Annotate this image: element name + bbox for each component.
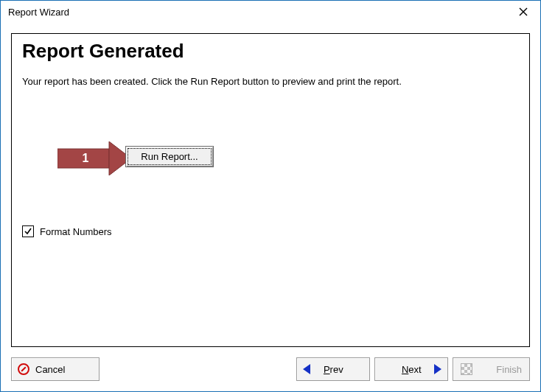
next-label: Next — [402, 364, 422, 375]
page-heading: Report Generated — [22, 40, 519, 63]
finish-icon — [461, 363, 472, 375]
format-numbers-row: Format Numbers — [22, 225, 519, 237]
arrow-right-icon — [434, 364, 441, 374]
check-icon — [24, 227, 32, 236]
run-report-label: Run Report... — [141, 151, 198, 162]
run-report-button[interactable]: Run Report... — [125, 146, 214, 167]
cancel-label: Cancel — [35, 364, 65, 375]
content-frame: Report Generated Your report has been cr… — [11, 33, 530, 347]
prev-button[interactable]: Prev — [296, 357, 370, 381]
arrow-left-icon — [303, 364, 310, 374]
close-icon — [519, 7, 528, 16]
cancel-icon — [18, 363, 29, 375]
cancel-button[interactable]: Cancel — [11, 357, 100, 381]
step-arrow: 1 — [57, 141, 133, 175]
wizard-footer: Cancel Prev Next Finish — [11, 356, 530, 382]
dialog-window: Report Wizard Report Generated Your repo… — [0, 0, 541, 392]
window-title: Report Wizard — [8, 7, 506, 18]
format-numbers-checkbox[interactable] — [22, 225, 34, 237]
close-button[interactable] — [506, 1, 540, 23]
title-bar: Report Wizard — [1, 1, 540, 23]
step-number: 1 — [83, 152, 89, 164]
prev-label: Prev — [324, 364, 343, 375]
finish-label: Finish — [496, 364, 522, 375]
page-description: Your report has been created. Click the … — [22, 76, 519, 87]
format-numbers-label: Format Numbers — [40, 226, 112, 237]
finish-button: Finish — [453, 357, 530, 381]
run-report-row: 1 Run Report... — [22, 139, 519, 178]
next-button[interactable]: Next — [374, 357, 448, 381]
